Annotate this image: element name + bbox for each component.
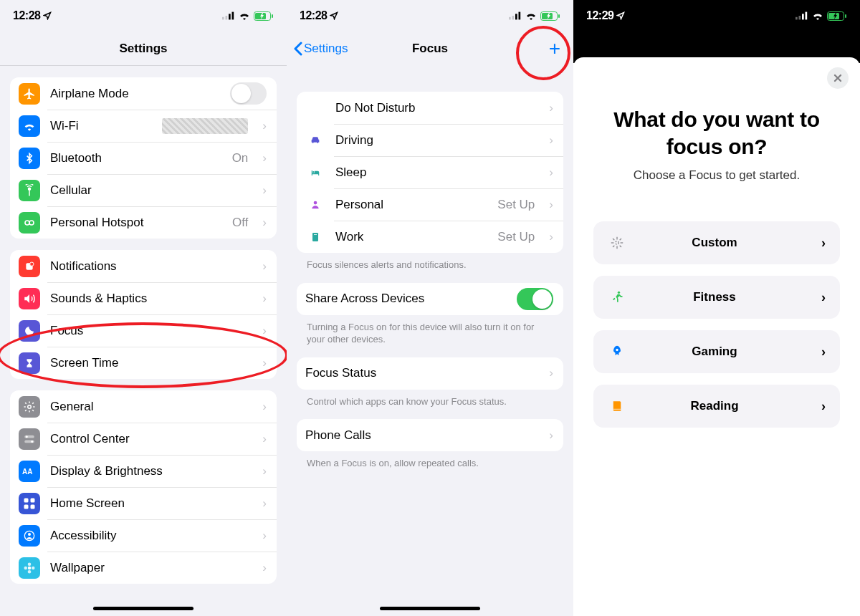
svg-rect-29 xyxy=(509,17,511,20)
location-icon xyxy=(330,11,338,20)
share-across-devices-row[interactable]: Share Across Devices xyxy=(297,283,563,315)
settings-row-wallpaper[interactable]: Wallpaper› xyxy=(10,552,277,584)
share-toggle[interactable] xyxy=(517,288,553,310)
row-label: Home Screen xyxy=(50,496,248,511)
focus-mode-label: Work xyxy=(335,230,487,244)
focus-mode-row[interactable]: Driving› xyxy=(297,124,563,156)
settings-row-sounds-haptics[interactable]: Sounds & Haptics› xyxy=(10,282,277,314)
focus-option-label: Fitness xyxy=(638,290,810,304)
svg-point-28 xyxy=(32,566,35,569)
svg-line-55 xyxy=(620,246,621,247)
car-icon xyxy=(305,135,325,146)
settings-row-personal-hotspot[interactable]: Personal HotspotOff› xyxy=(10,206,277,239)
svg-point-11 xyxy=(30,262,34,266)
settings-row-accessibility[interactable]: Accessibility› xyxy=(10,519,277,552)
chevron-right-icon: › xyxy=(549,133,553,148)
svg-point-24 xyxy=(28,566,32,569)
settings-row-home-screen[interactable]: Home Screen› xyxy=(10,487,277,519)
statusbar-time: 12:28 xyxy=(300,9,338,22)
aa-icon: AA xyxy=(19,461,40,482)
chevron-right-icon: › xyxy=(549,230,553,244)
svg-line-57 xyxy=(613,246,614,247)
chevron-right-icon: › xyxy=(262,259,267,274)
chevron-right-icon: › xyxy=(549,165,553,180)
share-footer: Turning a Focus on for this device will … xyxy=(307,321,553,346)
row-label: Accessibility xyxy=(50,529,248,543)
row-value: On xyxy=(232,151,249,165)
svg-rect-46 xyxy=(845,14,846,18)
svg-rect-20 xyxy=(24,504,29,509)
speaker-icon xyxy=(19,288,40,309)
focus-option-custom[interactable]: Custom› xyxy=(593,221,840,264)
settings-row-display-brightness[interactable]: AADisplay & Brightness› xyxy=(10,455,277,487)
svg-point-37 xyxy=(314,201,317,204)
close-button[interactable] xyxy=(827,67,849,89)
svg-rect-60 xyxy=(613,409,621,410)
add-focus-button[interactable]: + xyxy=(549,39,560,59)
chevron-right-icon: › xyxy=(262,183,267,198)
settings-row-bluetooth[interactable]: BluetoothOn› xyxy=(10,142,277,174)
focus-mode-label: Sleep xyxy=(335,165,535,180)
status-group: Focus Status › xyxy=(297,357,563,390)
toggle[interactable] xyxy=(230,82,267,105)
settings-row-focus[interactable]: Focus› xyxy=(10,314,277,347)
focus-mode-row[interactable]: Do Not Disturb› xyxy=(297,92,563,124)
settings-row-wi-fi[interactable]: Wi-Fi› xyxy=(10,110,277,142)
svg-line-54 xyxy=(613,239,614,240)
modal-heading: What do you want to focus on? xyxy=(592,106,841,160)
signal-icon xyxy=(509,11,522,20)
svg-rect-6 xyxy=(272,14,273,18)
settings-row-airplane-mode[interactable]: Airplane Mode xyxy=(10,77,277,110)
location-icon xyxy=(43,11,52,20)
status-footer: Control which apps can know your Focus s… xyxy=(307,395,553,408)
focus-option-label: Gaming xyxy=(638,345,810,359)
gear-icon xyxy=(19,396,40,418)
focus-option-reading[interactable]: Reading› xyxy=(593,385,840,428)
row-label: Wallpaper xyxy=(50,561,248,575)
chevron-right-icon: › xyxy=(262,216,267,230)
svg-rect-35 xyxy=(558,14,560,18)
focus-mode-row[interactable]: Sleep› xyxy=(297,156,563,188)
phone-calls-row[interactable]: Phone Calls › xyxy=(297,419,563,451)
chevron-right-icon: › xyxy=(549,101,553,115)
focus-mode-row[interactable]: PersonalSet Up› xyxy=(297,188,563,221)
svg-rect-1 xyxy=(226,16,228,19)
antenna-icon xyxy=(19,180,40,201)
chevron-right-icon: › xyxy=(262,151,267,165)
chevron-right-icon: › xyxy=(262,292,267,306)
svg-point-8 xyxy=(25,221,29,225)
svg-rect-41 xyxy=(799,16,801,19)
wifi-status-icon xyxy=(239,11,250,20)
focus-option-gaming[interactable]: Gaming› xyxy=(593,330,840,373)
nav-bar: Settings xyxy=(0,32,287,66)
calls-group: Phone Calls › xyxy=(297,419,563,451)
battery-icon xyxy=(827,11,847,21)
back-button[interactable]: Settings xyxy=(294,42,348,56)
home-indicator[interactable] xyxy=(380,607,480,610)
svg-rect-18 xyxy=(24,498,29,502)
svg-point-27 xyxy=(24,566,28,569)
status-bar: 12:28 xyxy=(0,0,287,32)
svg-rect-31 xyxy=(515,14,517,19)
settings-row-screen-time[interactable]: Screen Time› xyxy=(10,347,277,379)
svg-rect-42 xyxy=(802,14,804,19)
settings-row-general[interactable]: General› xyxy=(10,390,277,423)
settings-row-notifications[interactable]: Notifications› xyxy=(10,250,277,282)
chevron-right-icon: › xyxy=(821,345,826,360)
settings-row-cellular[interactable]: Cellular› xyxy=(10,174,277,206)
row-label: Focus xyxy=(50,324,248,338)
statusbar-time: 12:28 xyxy=(13,9,52,22)
svg-rect-39 xyxy=(314,234,317,235)
focus-mode-row[interactable]: WorkSet Up› xyxy=(297,221,563,253)
home-indicator[interactable] xyxy=(93,607,194,610)
page-title: Settings xyxy=(119,42,167,56)
chevron-right-icon: › xyxy=(821,290,826,305)
bed-icon xyxy=(305,168,325,178)
svg-point-36 xyxy=(312,170,314,172)
settings-row-control-center[interactable]: Control Center› xyxy=(10,423,277,455)
focus-status-row[interactable]: Focus Status › xyxy=(297,357,563,390)
bluetooth-icon xyxy=(19,148,40,169)
focus-option-fitness[interactable]: Fitness› xyxy=(593,276,840,319)
svg-line-56 xyxy=(620,239,621,240)
chevron-right-icon: › xyxy=(262,324,267,338)
